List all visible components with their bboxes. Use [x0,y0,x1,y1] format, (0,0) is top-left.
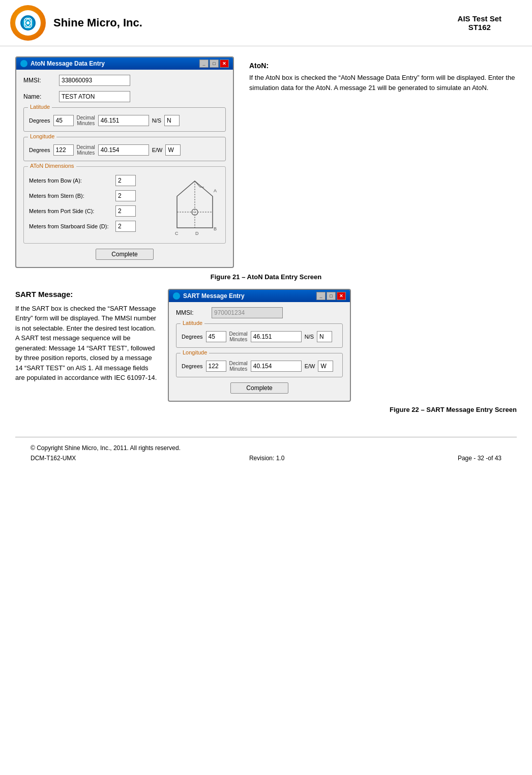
sart-dialog-title: SART Message Entry [183,292,245,300]
close-button[interactable]: ✕ [220,59,229,68]
sart-title-icon [173,292,180,300]
aton-mmsi-label: MMSI: [23,77,59,84]
aton-latitude-group: Latitude Degrees DecimalMinutes N/S [23,107,226,132]
company-name: Shine Micro, Inc. [53,16,458,29]
aton-stern-input[interactable] [115,190,136,201]
svg-text:B: B [214,226,217,231]
aton-lat-degrees-input[interactable] [53,115,74,126]
doc-number: DCM-T162-UMX [31,455,76,462]
ship-diagram: A B C D [169,177,220,238]
sart-dialog-body: MMSI: Latitude Degrees DecimalMinutes N/… [169,302,350,401]
aton-section: AtoN Message Data Entry _ □ ✕ MMSI: [15,56,517,268]
svg-text:A: A [214,188,217,193]
aton-starboard-row: Meters from Starboard Side (D): [29,221,164,232]
sart-mmsi-label: MMSI: [176,309,212,316]
aton-figure-caption: Figure 21 – AtoN Data Entry Screen [15,273,517,281]
page-footer: © Copyright Shine Micro, Inc., 2011. All… [15,437,517,469]
sart-desc-text: If the SART box is checked the “SART Mes… [15,304,158,383]
sart-section: SART Message: If the SART box is checked… [15,289,517,422]
aton-title-icon [20,60,27,67]
aton-mmsi-input[interactable] [59,75,130,86]
sart-lat-degrees-label: Degrees [182,334,203,340]
product-info: AIS Test Set ST162 [458,14,501,32]
aton-lat-row: Degrees DecimalMinutes N/S [29,115,220,126]
sart-lon-degrees-label: Degrees [182,363,203,369]
page-number: Page - 32 -of 43 [458,455,501,462]
aton-stern-row: Meters from Stern (B): [29,190,164,201]
aton-lon-ew-label: E/W [152,147,163,153]
svg-point-3 [26,21,29,24]
sart-lat-row: Degrees DecimalMinutes N/S [182,331,337,342]
sart-latitude-group: Latitude Degrees DecimalMinutes N/S [176,323,343,348]
aton-lon-degrees-input[interactable] [53,144,74,156]
page-header: Shine Micro, Inc. AIS Test Set ST162 [0,0,532,46]
maximize-button[interactable]: □ [210,59,219,68]
svg-text:C: C [175,231,179,236]
aton-dimensions-title: AToN Dimensions [28,163,76,169]
aton-bow-input[interactable] [115,175,136,186]
sart-maximize-button[interactable]: □ [327,292,336,300]
ship-diagram-svg: A B C D [172,177,218,238]
aton-starboard-label: Meters from Starboard Side (D): [29,223,115,229]
product-line1: AIS Test Set [458,14,501,23]
sart-lat-decimal-label: DecimalMinutes [229,331,248,342]
aton-dialog-title: AtoN Message Data Entry [31,60,105,67]
aton-lat-ns-label: N/S [152,117,161,124]
sart-lon-decimal-input[interactable] [251,361,302,372]
aton-dialog-body: MMSI: Name: Latitude Degrees [16,70,233,267]
sart-lon-degrees-input[interactable] [206,361,226,372]
sart-lat-decimal-input[interactable] [251,331,302,342]
aton-bow-label: Meters from Bow (A): [29,177,115,184]
sart-lon-decimal-label: DecimalMinutes [229,361,248,372]
aton-lat-degrees-label: Degrees [29,117,50,124]
aton-dialog: AtoN Message Data Entry _ □ ✕ MMSI: [15,56,234,268]
minimize-button[interactable]: _ [199,59,209,68]
sart-lon-ew-label: E/W [305,363,315,369]
aton-lat-decimal-label: DecimalMinutes [77,115,95,126]
aton-lon-decimal-input[interactable] [98,144,149,156]
sart-titlebar: SART Message Entry _ □ ✕ [169,290,350,302]
copyright-text: © Copyright Shine Micro, Inc., 2011. All… [31,444,501,452]
aton-lon-ew-input[interactable] [165,144,181,156]
sart-mmsi-input [212,307,283,318]
aton-complete-button[interactable]: Complete [96,249,153,260]
aton-lon-decimal-label: DecimalMinutes [77,144,95,156]
sart-dialog: SART Message Entry _ □ ✕ MMSI: [168,289,351,402]
aton-port-row: Meters from Port Side (C): [29,205,164,217]
sart-mmsi-row: MMSI: [176,307,343,318]
sart-complete-button[interactable]: Complete [230,382,288,394]
sart-description: SART Message: If the SART box is checked… [15,289,158,422]
aton-starboard-input[interactable] [115,221,136,232]
aton-dimensions-fields: Meters from Bow (A): Meters from Stern (… [29,175,164,238]
aton-name-input[interactable] [59,91,130,102]
footer-bottom: DCM-T162-UMX Revision: 1.0 Page - 32 -of… [31,455,501,462]
aton-port-label: Meters from Port Side (C): [29,208,115,214]
sart-lon-row: Degrees DecimalMinutes E/W [182,361,337,372]
sart-dialog-area: SART Message Entry _ □ ✕ MMSI: [168,289,517,422]
main-content: AtoN Message Data Entry _ □ ✕ MMSI: [0,46,532,479]
aton-latitude-title: Latitude [28,104,52,110]
sart-latitude-title: Latitude [181,320,204,326]
aton-description: AtoN: If the AtoN box is checked the “At… [249,56,517,268]
revision: Revision: 1.0 [249,455,284,462]
aton-longitude-title: Longitude [28,133,56,139]
aton-lat-decimal-input[interactable] [98,115,149,126]
aton-name-row: Name: [23,91,226,102]
sart-lat-degrees-input[interactable] [206,331,226,342]
svg-line-12 [195,181,200,187]
sart-heading: SART Message: [15,289,158,301]
aton-heading: AtoN: [249,62,517,70]
svg-text:D: D [195,231,199,236]
product-line2: ST162 [458,23,501,32]
sart-longitude-group: Longitude Degrees DecimalMinutes E/W [176,353,343,377]
aton-desc-text: If the AtoN box is checked the “AtoN Mes… [249,73,517,93]
sart-lon-ew-input[interactable] [318,361,333,372]
aton-bow-row: Meters from Bow (A): [29,175,164,186]
sart-close-button[interactable]: ✕ [337,292,346,300]
logo-icon [19,14,37,32]
sart-lat-ns-input[interactable] [317,331,332,342]
aton-titlebar: AtoN Message Data Entry _ □ ✕ [16,57,233,70]
aton-lat-ns-input[interactable] [164,115,180,126]
sart-minimize-button[interactable]: _ [316,292,326,300]
aton-port-input[interactable] [115,205,136,217]
